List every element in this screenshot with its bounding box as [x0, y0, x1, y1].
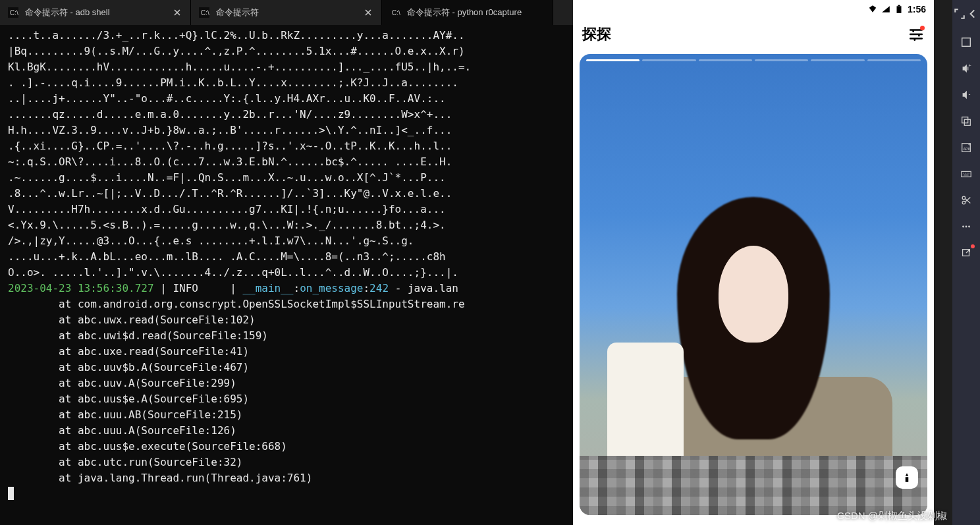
stack-line: at abc.uuv$b.A(SourceFile:467): [59, 361, 249, 373]
svg-rect-16: [962, 171, 971, 177]
battery-icon: [894, 5, 904, 14]
stack-line: at abc.uuu.AB(SourceFile:215): [59, 408, 242, 421]
stack-line: at abc.uuv.A(SourceFile:299): [59, 377, 236, 389]
app-header: 探探: [573, 18, 934, 50]
censored-overlay: [580, 456, 927, 515]
status-time: 1:56: [908, 4, 926, 14]
log-msg: java.lan: [408, 282, 458, 294]
expand-icon[interactable]: [954, 8, 966, 20]
volume-up-icon[interactable]: +: [958, 61, 974, 76]
tab-title: 命令提示符 - python r0capture: [407, 7, 522, 18]
stack-line: at abc.uwx.read(SourceFile:102): [59, 314, 256, 326]
card-action-button[interactable]: [896, 466, 918, 489]
phone-mirror-pane[interactable]: 1:56 探探: [573, 0, 934, 525]
stack-line: at abc.uwi$d.read(SourceFile:159): [59, 329, 268, 342]
svg-text:C:\: C:\: [392, 9, 400, 16]
notification-dot: [920, 26, 925, 30]
scissors-icon[interactable]: [958, 192, 974, 208]
stack-line: at abc.uuu.A(SourceFile:126): [59, 424, 236, 437]
terminal-pane: C:\ 命令提示符 - adb shell C:\ 命令提示符 C:\ 命令提示…: [0, 0, 573, 525]
stack-line: at com.android.org.conscrypt.OpenSSLSock…: [59, 298, 465, 310]
filter-icon[interactable]: [908, 26, 925, 43]
svg-text:+: +: [968, 142, 971, 148]
recent-apps-icon[interactable]: [958, 113, 974, 129]
svg-point-18: [962, 201, 966, 204]
stack-line: at abc.uxe.read(SourceFile:41): [59, 345, 249, 358]
keyboard-icon[interactable]: [958, 166, 974, 182]
log-func: on_message: [300, 282, 363, 294]
tab-title: 命令提示符 - adb shell: [25, 7, 110, 18]
svg-text:-: -: [969, 91, 971, 97]
notification-dot: [971, 244, 975, 248]
svg-rect-11: [962, 117, 968, 123]
tab-python[interactable]: C:\ 命令提示符 - python r0capture: [382, 0, 553, 25]
hex-dump: ....t..a....../3.+_..r.k...+Q}.lC.2%..U.…: [8, 29, 471, 279]
svg-text:C:\: C:\: [10, 9, 18, 16]
svg-rect-7: [898, 5, 900, 7]
watermark: CSDN @剁椒鱼头没剁椒: [837, 510, 947, 522]
profile-card[interactable]: [580, 54, 927, 515]
stack-line: at abc.utc.run(SourceFile:32): [59, 456, 242, 468]
story-progress: [586, 59, 921, 61]
tab-bar: C:\ 命令提示符 - adb shell C:\ 命令提示符 C:\ 命令提示…: [0, 0, 573, 25]
signal-icon: [881, 5, 890, 14]
log-lineno: 242: [369, 282, 389, 294]
more-icon[interactable]: [958, 219, 974, 235]
log-level: INFO: [173, 282, 198, 294]
chevron-left-icon[interactable]: [967, 8, 979, 20]
tab-title: 命令提示符: [216, 7, 259, 18]
stack-line: at java.lang.Thread.run(Thread.java:761): [59, 472, 312, 484]
close-icon[interactable]: [172, 7, 182, 18]
volume-down-icon[interactable]: -: [958, 87, 974, 103]
tab-adb-shell[interactable]: C:\ 命令提示符 - adb shell: [0, 0, 191, 25]
share-icon[interactable]: [958, 245, 974, 261]
stack-line: at abc.uus$e.A(SourceFile:695): [59, 393, 249, 405]
svg-rect-12: [964, 119, 970, 125]
terminal-output[interactable]: ....t..a....../3.+_..r.k...+Q}.lC.2%..U.…: [0, 25, 573, 525]
cmd-icon: C:\: [199, 7, 209, 18]
svg-rect-22: [963, 250, 969, 256]
cmd-icon: C:\: [390, 7, 400, 18]
svg-rect-6: [896, 6, 901, 13]
svg-text:+: +: [969, 63, 971, 69]
svg-point-19: [962, 226, 964, 228]
close-icon[interactable]: [363, 7, 373, 18]
app-title: 探探: [582, 24, 611, 44]
svg-point-21: [968, 226, 970, 228]
fullscreen-icon[interactable]: [958, 34, 974, 50]
svg-text:C:\: C:\: [201, 9, 209, 16]
log-timestamp: 2023-04-23 13:56:30.727: [8, 282, 154, 294]
log-module: __main__: [242, 282, 293, 294]
status-bar: 1:56: [573, 0, 934, 18]
emulator-toolbar: + - APK+: [952, 0, 980, 525]
tab-cmd[interactable]: C:\ 命令提示符: [191, 0, 382, 25]
apk-install-icon[interactable]: APK+: [958, 140, 974, 155]
svg-point-20: [966, 226, 967, 228]
wifi-icon: [868, 5, 877, 14]
svg-rect-8: [962, 38, 971, 47]
cmd-icon: C:\: [8, 7, 18, 18]
cursor: [8, 487, 14, 500]
stack-line: at abc.uus$e.execute(SourceFile:668): [59, 440, 287, 453]
svg-point-17: [962, 196, 966, 200]
